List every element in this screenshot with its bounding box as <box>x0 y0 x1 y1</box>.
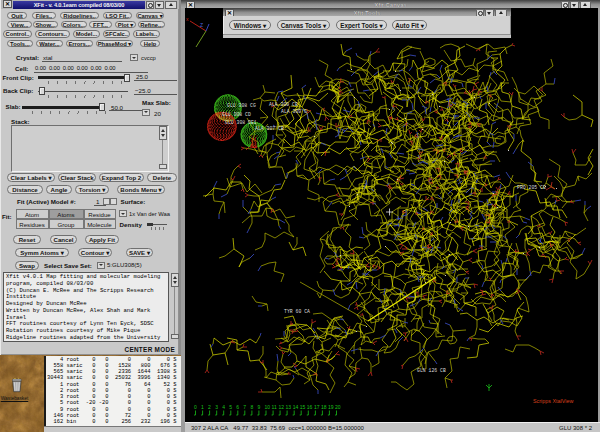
svg-text:TYR 60 CA: TYR 60 CA <box>284 309 310 314</box>
svg-text:6: 6 <box>236 404 239 410</box>
svg-text:Scripps XtalView: Scripps XtalView <box>533 398 573 404</box>
svg-text:GLN 126 CB: GLN 126 CB <box>417 368 446 373</box>
svg-text:5: 5 <box>229 404 232 410</box>
svg-text:17: 17 <box>314 404 320 410</box>
svg-text:19: 19 <box>328 404 334 410</box>
svg-text:0: 0 <box>194 404 197 410</box>
svg-text:GLU 308 CG: GLU 308 CG <box>227 103 256 108</box>
svg-text:13: 13 <box>286 404 292 410</box>
svg-text:10: 10 <box>265 404 271 410</box>
svg-text:2: 2 <box>208 404 211 410</box>
svg-text:4: 4 <box>222 404 225 410</box>
svg-text:7: 7 <box>243 404 246 410</box>
svg-text:8: 8 <box>250 404 253 410</box>
svg-text:20: 20 <box>335 404 341 410</box>
svg-text:GLU 308 OE1: GLU 308 OE1 <box>225 120 257 125</box>
svg-text:18: 18 <box>321 404 327 410</box>
svg-text:x: x <box>186 16 189 22</box>
svg-text:16: 16 <box>307 404 313 410</box>
svg-text:Z: Z <box>200 22 203 28</box>
svg-text:15: 15 <box>300 404 306 410</box>
svg-text:14: 14 <box>293 404 299 410</box>
svg-text:ALA 309 C: ALA 309 C <box>281 109 307 114</box>
svg-text:9: 9 <box>257 404 260 410</box>
svg-text:12: 12 <box>279 404 285 410</box>
svg-text:PRO 205 CE: PRO 205 CE <box>517 185 546 190</box>
svg-text:GLU 308 CD: GLU 308 CD <box>222 112 251 117</box>
svg-text:11: 11 <box>272 404 277 410</box>
svg-text:ALA 309 CB: ALA 309 CB <box>269 102 298 107</box>
svg-text:1: 1 <box>201 404 204 410</box>
svg-text:3: 3 <box>215 404 218 410</box>
svg-text:ALA 307 CB: ALA 307 CB <box>255 126 284 131</box>
